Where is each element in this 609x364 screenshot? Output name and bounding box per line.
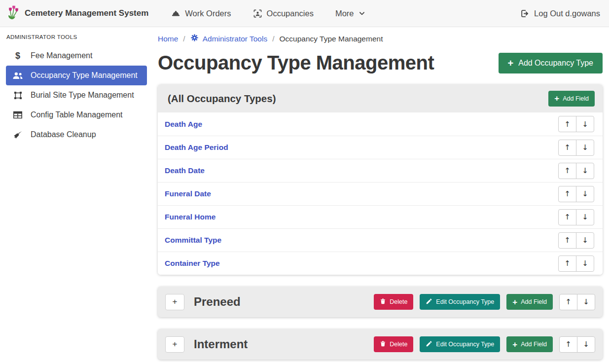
broom-icon [12,130,23,140]
field-link-funeral-date[interactable]: Funeral Date [165,189,211,198]
move-down-button[interactable]: ↓ [576,232,594,249]
delete-button[interactable]: Delete [374,294,413,310]
reorder-controls: ↑ ↓ [558,232,594,249]
move-up-button[interactable]: ↑ [558,116,576,132]
brand[interactable]: Cemetery Management System [7,4,148,22]
main-content: Home / [153,27,609,364]
move-down-button[interactable]: ↓ [577,336,595,353]
move-up-button[interactable]: ↑ [558,255,576,272]
breadcrumb: Home / [158,34,603,44]
section-actions: Delete Edit Occupancy Type + Add Field [374,336,595,353]
move-up-button[interactable]: ↑ [558,232,576,249]
nav-item-more[interactable]: More [335,9,365,18]
sidebar-item-config-table-management[interactable]: Config Table Management [6,105,147,125]
field-row: Death Age Period ↑ ↓ [158,136,603,159]
trash-icon [380,298,386,306]
nav-item-label: More [335,9,354,18]
move-down-button[interactable]: ↓ [576,186,594,202]
sidebar-item-label: Occupancy Type Management [31,71,138,80]
edit-occupancy-type-button[interactable]: Edit Occupancy Type [420,294,500,310]
section-preneed: + Preneed Delete [158,287,603,317]
field-link-container-type[interactable]: Container Type [165,259,220,268]
sidebar-item-database-cleanup[interactable]: Database Cleanup [6,125,147,145]
nav-item-work-orders[interactable]: Work Orders [171,9,231,18]
nav-item-occupancies[interactable]: Occupancies [253,9,314,18]
plus-icon: + [512,298,517,306]
sidebar-section-title: ADMINISTRATOR TOOLS [6,31,147,46]
move-down-button[interactable]: ↓ [576,255,594,272]
reorder-controls: ↑ ↓ [558,186,594,202]
field-link-funeral-home[interactable]: Funeral Home [165,213,215,221]
add-field-button[interactable]: + Add Field [506,336,553,352]
sidebar-item-label: Config Table Management [31,110,123,119]
sidebar-item-fee-management[interactable]: $ Fee Management [6,46,147,66]
table-icon [12,110,23,119]
hard-hat-icon [171,9,180,18]
field-row: Funeral Home ↑ ↓ [158,205,603,228]
sidebar-item-label: Fee Management [31,51,92,60]
move-up-button[interactable]: ↑ [559,336,577,353]
app-title: Cemetery Management System [25,8,148,18]
dollar-icon: $ [12,51,23,61]
expand-button[interactable]: + [165,294,184,310]
reorder-controls: ↑ ↓ [558,255,594,272]
breadcrumb-current: Occupancy Type Management [280,35,383,43]
nav-item-label: Work Orders [185,9,231,18]
page-title: Occupancy Type Management [158,52,434,74]
move-up-button[interactable]: ↑ [559,294,577,310]
move-down-button[interactable]: ↓ [576,140,594,156]
move-down-button[interactable]: ↓ [576,116,594,132]
section-title: Preneed [194,295,241,309]
plus-icon: + [512,340,517,349]
breadcrumb-admin-tools-link[interactable]: Administrator Tools [190,34,268,44]
trash-icon [380,340,386,349]
nav-item-label: Occupancies [267,9,314,18]
field-link-death-age-period[interactable]: Death Age Period [165,143,228,152]
field-row: Death Date ↑ ↓ [158,159,603,182]
users-icon [12,71,23,80]
move-up-button[interactable]: ↑ [558,186,576,202]
reorder-controls: ↑ ↓ [558,140,594,156]
card-title: (All Occupancy Types) [168,93,276,105]
section-interment: + Interment Delete [158,329,603,360]
move-up-button[interactable]: ↑ [558,140,576,156]
plus-icon: + [554,94,559,103]
logout-icon [520,9,530,18]
edit-occupancy-type-button[interactable]: Edit Occupancy Type [420,336,500,352]
sidebar-item-label: Database Cleanup [31,130,96,139]
field-link-death-date[interactable]: Death Date [165,166,205,175]
add-occupancy-type-button[interactable]: + Add Occupancy Type [499,53,603,73]
field-link-death-age[interactable]: Death Age [165,120,202,129]
move-up-button[interactable]: ↑ [558,163,576,179]
reorder-controls: ↑ ↓ [559,294,595,310]
sidebar-item-burial-site-type-management[interactable]: Burial Site Type Management [6,85,147,105]
section-title: Interment [194,337,248,351]
breadcrumb-home-link[interactable]: Home [158,35,178,43]
reorder-controls: ↑ ↓ [558,209,594,225]
move-down-button[interactable]: ↓ [576,163,594,179]
field-row: Container Type ↑ ↓ [158,252,603,275]
move-down-button[interactable]: ↓ [577,294,595,310]
move-up-button[interactable]: ↑ [558,209,576,225]
section-actions: Delete Edit Occupancy Type + Add Field [374,294,595,310]
field-row: Committal Type ↑ ↓ [158,228,603,252]
burial-site-icon [12,91,23,100]
sidebar: ADMINISTRATOR TOOLS $ Fee Management Occ… [0,27,153,364]
logout-button[interactable]: Log Out d.gowans [520,9,600,18]
plus-icon: + [508,58,514,68]
move-down-button[interactable]: ↓ [576,209,594,225]
reorder-controls: ↑ ↓ [558,163,594,179]
field-row: Death Age ↑ ↓ [158,112,603,136]
expand-button[interactable]: + [165,336,184,353]
occupancy-icon [253,9,262,18]
add-field-button[interactable]: + Add Field [548,91,595,107]
all-occupancy-types-card: (All Occupancy Types) + Add Field Death … [158,84,603,275]
add-field-button[interactable]: + Add Field [506,294,553,310]
logout-label: Log Out d.gowans [534,9,600,18]
delete-button[interactable]: Delete [374,336,413,352]
field-link-committal-type[interactable]: Committal Type [165,236,221,245]
sidebar-item-occupancy-type-management[interactable]: Occupancy Type Management [6,66,147,85]
breadcrumb-separator: / [272,35,274,43]
top-navbar: Cemetery Management System Work Orders [0,0,609,27]
reorder-controls: ↑ ↓ [559,336,595,353]
